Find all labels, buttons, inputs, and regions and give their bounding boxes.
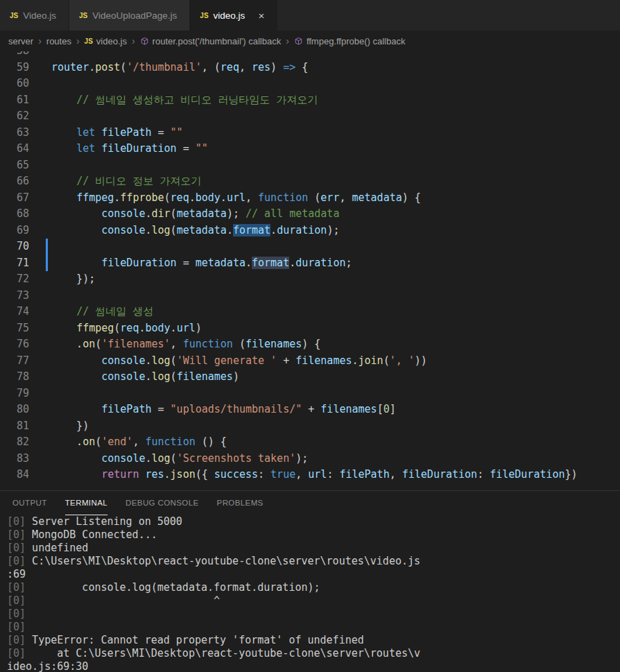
code-token: fileDuration	[101, 142, 176, 155]
panel-tab-debug-console[interactable]: DEBUG CONSOLE	[126, 491, 199, 515]
code-token: fileDuration	[490, 468, 565, 481]
code-line[interactable]: 73	[0, 288, 620, 304]
code-line[interactable]: 59router.post('/thumbnail', (req, res) =…	[0, 60, 620, 76]
code-line[interactable]: 79	[0, 386, 620, 402]
gutter-line-number[interactable]: 76	[0, 336, 29, 353]
panel-tab-problems[interactable]: PROBLEMS	[217, 491, 264, 515]
code-token: ,	[295, 468, 308, 481]
panel-tab-terminal[interactable]: TERMINAL	[65, 491, 107, 515]
code-line[interactable]: 67 ffmpeg.ffprobe(req.body.url, function…	[0, 190, 620, 207]
breadcrumb-item[interactable]: ffmpeg.ffprobe() callback	[294, 36, 406, 46]
code-line[interactable]: 71 fileDuration = metadata.format.durati…	[0, 255, 620, 272]
code-token: console	[101, 224, 145, 236]
editor-tab-video.js[interactable]: JSvideo.js×	[190, 0, 277, 31]
code-token: ', '	[390, 354, 415, 367]
breadcrumb-item[interactable]: routes	[46, 36, 71, 46]
code-token: .	[145, 370, 151, 383]
code-token: ,	[390, 468, 402, 481]
code-line[interactable]: 72 });	[0, 271, 620, 288]
gutter-line-number[interactable]: 69	[0, 223, 29, 239]
code-line[interactable]: 77 console.log('Will generate ' + filena…	[0, 353, 620, 370]
code-token: :	[477, 468, 490, 481]
gutter-line-number[interactable]: 80	[0, 402, 29, 418]
code-token: )	[233, 370, 239, 383]
gutter-line-number[interactable]: 84	[0, 467, 29, 483]
code-line[interactable]: 62	[0, 108, 620, 125]
code-line[interactable]: 70	[0, 239, 620, 255]
code-token: log	[152, 370, 171, 383]
code-token: (	[384, 354, 390, 367]
panel-tab-output[interactable]: OUTPUT	[12, 491, 47, 515]
tab-close-icon[interactable]: ×	[258, 10, 264, 21]
breadcrumb-item[interactable]: JSvideo.js	[85, 36, 127, 46]
gutter-line-number[interactable]: 68	[0, 206, 29, 223]
code-line[interactable]: 75 ffmpeg(req.body.url)	[0, 320, 620, 337]
gutter-line-number[interactable]: 63	[0, 125, 29, 141]
code-token: (	[171, 370, 177, 383]
code-line[interactable]: 64 let fileDuration = ""	[0, 141, 620, 157]
editor-tab-Video.js[interactable]: JSVideo.js	[0, 0, 69, 31]
gutter-line-number[interactable]: 65	[0, 157, 29, 174]
gutter-line-number[interactable]: 61	[0, 92, 29, 109]
code-line[interactable]: 76 .on('filenames', function (filenames)…	[0, 336, 620, 353]
gutter-line-number[interactable]: 67	[0, 190, 29, 207]
gutter-line-number[interactable]: 66	[0, 173, 29, 190]
gutter-line-number[interactable]: 60	[0, 76, 29, 92]
terminal-line-prefix: [0]	[7, 608, 26, 620]
code-line[interactable]: 65	[0, 157, 620, 174]
code-line[interactable]: 68 console.dir(metadata); // all metadat…	[0, 206, 620, 223]
code-line[interactable]: 61 // 썸네일 생성하고 비디오 러닝타임도 가져오기	[0, 92, 620, 109]
gutter-line-number[interactable]: 71	[0, 255, 29, 272]
gutter-line-number[interactable]: 73	[0, 288, 29, 304]
gutter-line-number[interactable]: 59	[0, 60, 29, 76]
code-token: (	[171, 452, 177, 465]
gutter-line-number[interactable]: 78	[0, 369, 29, 386]
gutter-line-number[interactable]: 64	[0, 141, 29, 157]
gutter-line-number[interactable]: 58	[0, 51, 29, 60]
code-token: res	[252, 61, 270, 74]
terminal-output[interactable]: [0] Server Listening on 5000[0] MongoDB …	[0, 515, 620, 672]
terminal-line-prefix: [0]	[7, 634, 26, 646]
code-token: metadata	[177, 224, 227, 236]
code-line[interactable]: 81 })	[0, 418, 620, 435]
code-token: filenames	[177, 370, 233, 383]
code-token	[51, 126, 76, 139]
code-line[interactable]: 82 .on('end', function () {	[0, 434, 620, 451]
code-line[interactable]: 63 let filePath = ""	[0, 125, 620, 141]
terminal-line: [0] Server Listening on 5000	[7, 515, 620, 528]
code-line[interactable]: 66 // 비디오 정보 가져오기	[0, 173, 620, 190]
code-line[interactable]: 83 console.log('Screenshots taken');	[0, 451, 620, 467]
gutter-line-number[interactable]: 75	[0, 320, 29, 337]
code-token: =	[152, 126, 171, 139]
breadcrumb-separator-icon: ›	[38, 35, 42, 46]
breadcrumb-item[interactable]: router.post('/thumbnail') callback	[140, 36, 282, 46]
code-line[interactable]: 60	[0, 76, 620, 92]
gutter-line-number[interactable]: 81	[0, 418, 29, 435]
gutter-line-number[interactable]: 83	[0, 451, 29, 467]
js-icon: JS	[79, 12, 87, 19]
code-token: .	[171, 322, 177, 334]
code-token: metadata	[352, 191, 402, 204]
gutter-line-number[interactable]: 70	[0, 239, 29, 255]
code-token	[51, 224, 101, 236]
gutter-line-number[interactable]: 77	[0, 353, 29, 370]
code-line[interactable]: 58	[0, 51, 620, 60]
breadcrumb-item[interactable]: server	[8, 36, 33, 46]
gutter-line-number[interactable]: 62	[0, 108, 29, 125]
code-line[interactable]: 78 console.log(filenames)	[0, 369, 620, 386]
terminal-line-prefix: [0]	[7, 581, 26, 594]
gutter-line-number[interactable]: 79	[0, 386, 29, 402]
code-token	[51, 257, 101, 269]
editor[interactable]: 5859router.post('/thumbnail', (req, res)…	[0, 51, 620, 490]
gutter-line-number[interactable]: 72	[0, 271, 29, 288]
gutter-line-number[interactable]: 82	[0, 434, 29, 451]
editor-tab-VideoUploadPage.js[interactable]: JSVideoUploadPage.js	[69, 0, 190, 31]
code-line[interactable]: 74 // 썸네일 생성	[0, 304, 620, 320]
gutter-line-number[interactable]: 74	[0, 304, 29, 320]
terminal-line: [0]	[7, 621, 620, 634]
code-line[interactable]: 69 console.log(metadata.format.duration)…	[0, 223, 620, 239]
code-line[interactable]: 84 return res.json({ success: true, url:…	[0, 467, 620, 483]
tab-label: video.js	[214, 10, 246, 21]
code-line[interactable]: 80 filePath = "uploads/thumbnails/" + fi…	[0, 402, 620, 418]
code-token: log	[152, 354, 171, 367]
